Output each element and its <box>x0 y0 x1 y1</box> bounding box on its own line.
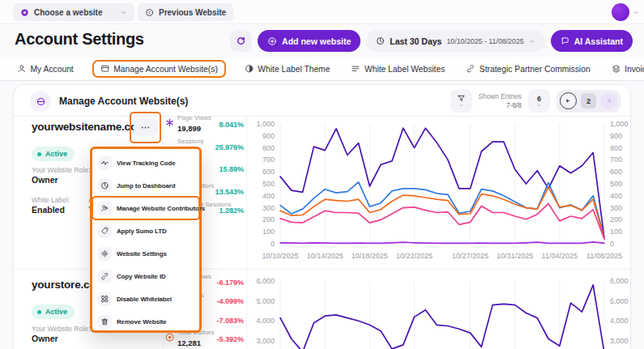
menu-item-jump-to-dashboard[interactable]: Jump to Dashboard <box>92 174 199 197</box>
divider <box>14 116 632 117</box>
user-plus-icon-wrap <box>98 202 112 215</box>
gear-icon-wrap <box>98 247 112 261</box>
page-title: Account Settings <box>15 30 144 49</box>
menu-item-manage-website-contributors[interactable]: Manage Website Contributors <box>92 197 199 219</box>
menu-item-copy-website-id[interactable]: Copy Website ID <box>92 265 199 287</box>
next-page-button[interactable] <box>600 92 617 109</box>
trash-icon-wrap <box>98 315 112 329</box>
contrast-icon <box>245 64 254 74</box>
plus-circle-icon <box>267 36 277 46</box>
svg-text:11/08/2025: 11/08/2025 <box>586 252 622 260</box>
svg-text:300: 300 <box>262 204 275 212</box>
menu-item-website-settings[interactable]: Website Settings <box>92 242 199 265</box>
browser-icon <box>30 91 51 112</box>
svg-text:1,000: 1,000 <box>256 120 275 128</box>
menu-item-label: Apply Sumo LTD <box>117 228 167 235</box>
stat-change-pct: -7.083% <box>216 317 244 325</box>
status-label: Active <box>45 150 67 158</box>
svg-text:600: 600 <box>262 168 275 176</box>
traffic-chart: 10/10/202510/14/202510/18/202510/22/2025… <box>248 117 632 268</box>
manage-websites-panel: Manage Account Website(s) Shown Entries … <box>13 84 631 349</box>
menu-item-label: Manage Website Contributors <box>117 205 205 212</box>
choose-website-dropdown[interactable]: Choose a website <box>13 3 134 21</box>
svg-text:400: 400 <box>262 192 275 200</box>
tab-label: Invoices <box>625 65 644 74</box>
clock-icon <box>376 36 385 45</box>
refresh-button[interactable] <box>230 30 252 52</box>
svg-text:10/10/2025: 10/10/2025 <box>262 252 298 260</box>
chevron-down-icon <box>120 9 127 16</box>
white-label-value: Enabled <box>32 205 65 215</box>
svg-text:6,000: 6,000 <box>256 277 275 285</box>
website-options-button[interactable] <box>134 119 158 136</box>
tab-label: White Label Theme <box>258 65 330 74</box>
top-bar: Choose a website Previous Website <box>0 0 644 24</box>
status-badge: Active <box>32 304 75 319</box>
svg-text:200: 200 <box>610 215 622 223</box>
ai-assistant-button[interactable]: AI Assistant <box>551 30 633 52</box>
svg-text:10/22/2025: 10/22/2025 <box>396 252 433 260</box>
menu-item-apply-sumo-ltd[interactable]: Apply Sumo LTD <box>92 219 199 242</box>
stat-change-pct: -5.392% <box>216 335 244 343</box>
menu-item-remove-website[interactable]: Remove Website <box>92 310 199 333</box>
tab-manage-account-website-s-[interactable]: Manage Account Website(s) <box>92 60 226 78</box>
date-range-picker[interactable]: Last 30 Days 10/10/2025 - 11/08/2025 <box>366 30 544 52</box>
grid-icon-wrap <box>98 292 112 306</box>
svg-text:3,000: 3,000 <box>610 337 629 345</box>
tab-white-label-websites[interactable]: White Label Websites <box>348 60 447 78</box>
svg-text:0: 0 <box>271 240 275 248</box>
svg-text:500: 500 <box>610 180 622 188</box>
white-label-label: White Label: <box>32 196 70 204</box>
tab-white-label-theme[interactable]: White Label Theme <box>242 60 333 78</box>
svg-text:900: 900 <box>262 132 275 140</box>
avatar-chevron-down-icon[interactable] <box>633 9 640 16</box>
tab-my-account[interactable]: My Account <box>15 60 76 78</box>
previous-page-button[interactable] <box>560 92 577 109</box>
tab-label: White Label Websites <box>365 65 445 74</box>
svg-text:10/18/2025: 10/18/2025 <box>352 252 388 260</box>
date-range-value: 10/10/2025 - 11/08/2025 <box>446 37 523 45</box>
svg-text:1,000: 1,000 <box>610 120 629 128</box>
current-page-indicator[interactable]: 2 <box>581 93 596 109</box>
arrow-left-icon <box>564 96 573 105</box>
filter-button[interactable] <box>450 89 472 113</box>
tab-label: My Account <box>31 65 74 74</box>
menu-item-disable-whitelabel[interactable]: Disable Whitelabel <box>92 287 199 310</box>
tab-label: Manage Account Website(s) <box>113 65 218 74</box>
chat-icon <box>561 36 569 45</box>
svg-text:10/27/2025: 10/27/2025 <box>452 252 488 260</box>
grid-icon <box>100 295 109 304</box>
pie-icon <box>100 181 109 190</box>
role-value: Owner <box>32 175 58 185</box>
add-new-website-button[interactable]: Add new website <box>258 30 360 52</box>
arrow-left-circle-icon <box>145 8 154 17</box>
menu-item-label: Copy Website ID <box>117 273 166 280</box>
menu-item-label: View Tracking Code <box>117 160 176 167</box>
svg-text:4,000: 4,000 <box>256 317 275 325</box>
link-icon-wrap <box>98 270 112 283</box>
traffic-chart: 10/10/202510/14/202510/18/202510/22/2025… <box>248 275 632 349</box>
dots-menu-highlight-box <box>130 112 161 143</box>
status-label: Active <box>45 308 67 316</box>
line-chart-svg: 10/10/202510/14/202510/18/202510/22/2025… <box>248 117 632 268</box>
user-avatar[interactable] <box>612 3 629 21</box>
menu-item-label: Disable Whitelabel <box>117 296 172 303</box>
role-label: Your Website Role: <box>32 325 90 333</box>
svg-text:3,000: 3,000 <box>256 337 275 345</box>
justify-icon <box>351 64 360 74</box>
svg-text:5,000: 5,000 <box>256 297 275 305</box>
page-size-value: 6 <box>537 95 541 103</box>
pie-icon-wrap <box>98 179 112 193</box>
tab-strategic-partner-commission[interactable]: Strategic Partner Commission <box>463 60 592 78</box>
pulse-icon <box>100 159 109 168</box>
menu-item-view-tracking-code[interactable]: View Tracking Code <box>92 151 199 174</box>
svg-text:5,000: 5,000 <box>610 297 629 305</box>
svg-text:4,000: 4,000 <box>610 317 629 325</box>
stat-value: 12,281 <box>177 338 201 347</box>
page-size-select[interactable]: 6 <box>528 89 550 113</box>
choose-website-label: Choose a website <box>34 8 102 17</box>
previous-website-button[interactable]: Previous Website <box>138 3 233 21</box>
divider <box>246 117 247 269</box>
svg-text:11/04/2025: 11/04/2025 <box>542 252 578 260</box>
tab-invoices[interactable]: Invoices <box>609 60 644 78</box>
